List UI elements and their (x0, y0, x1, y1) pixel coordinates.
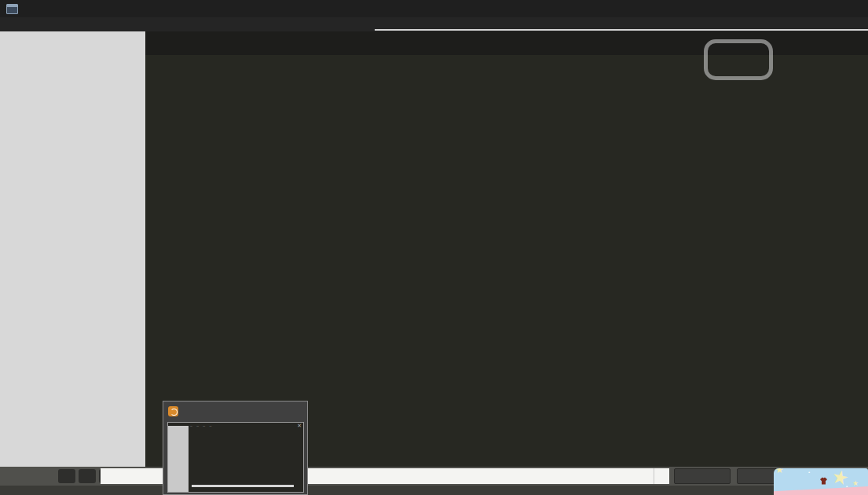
sparkle-dot: • (808, 470, 810, 475)
overlay-line (375, 29, 868, 31)
sublime-icon (168, 406, 178, 416)
taskbar-thumbnail-popup[interactable]: – – – – ✕ (163, 401, 308, 495)
sublime-window: – – – – ✕ ★ ★ ★ • • (0, 0, 868, 495)
thumbnail-mini-scrollbar (192, 485, 294, 487)
ime-toolbar[interactable]: ★ ★ ★ • • (774, 468, 868, 495)
close-button[interactable] (838, 0, 868, 17)
wrap-search-button[interactable] (58, 469, 75, 483)
find-button[interactable] (674, 468, 731, 484)
search-history-dropdown-icon[interactable] (654, 468, 670, 484)
thumbnail-mini-tabs: – – – – (190, 424, 213, 428)
maximize-button[interactable] (808, 0, 838, 17)
star-icon: ★ (852, 479, 859, 487)
file-tree-sidebar (0, 31, 145, 467)
status-bar (0, 486, 868, 495)
minimize-button[interactable] (778, 0, 808, 17)
tab-bar (145, 31, 868, 55)
thumbnail-mini-sidebar (168, 426, 189, 492)
ime-skin-icon[interactable] (818, 475, 830, 489)
star-icon: ★ (775, 468, 784, 475)
thumbnail-mini-close-icon: ✕ (297, 423, 302, 429)
in-selection-button[interactable] (79, 469, 96, 483)
title-bar (0, 0, 868, 17)
thumbnail-header (163, 402, 307, 420)
find-bar (0, 467, 868, 486)
window-thumbnail[interactable]: – – – – ✕ (167, 422, 304, 493)
app-icon (6, 4, 18, 14)
